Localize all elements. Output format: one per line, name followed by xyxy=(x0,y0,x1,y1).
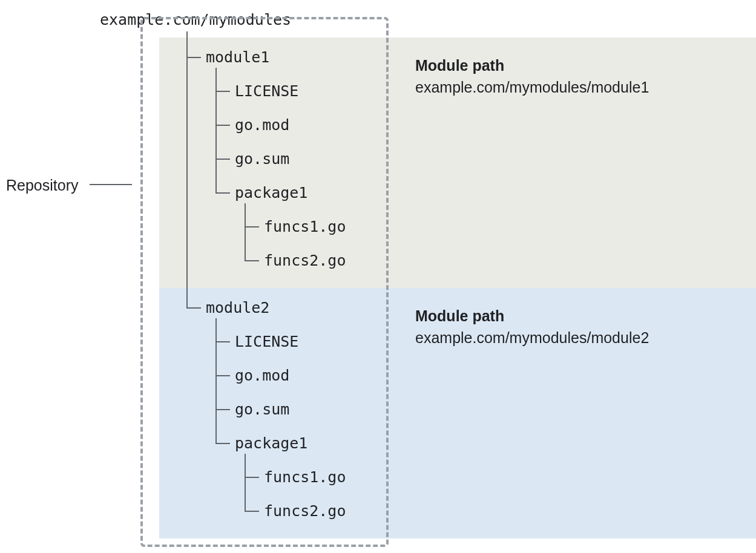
tree-line xyxy=(186,307,201,309)
tree-line xyxy=(215,125,230,126)
tree-node-module1: module1 xyxy=(206,48,269,66)
tree-node-module2-license: LICENSE xyxy=(235,333,298,350)
tree-node-module1-gosum: go.sum xyxy=(235,150,289,168)
tree-node-module2-package: package1 xyxy=(235,434,307,452)
repository-root-path: example.com/mymodules xyxy=(100,11,291,28)
tree-line xyxy=(215,91,230,92)
tree-node-module1-package: package1 xyxy=(235,184,307,201)
module1-info: Module path example.com/mymodules/module… xyxy=(415,54,649,99)
tree-line xyxy=(245,226,246,232)
module1-path: example.com/mymodules/module1 xyxy=(415,76,649,98)
tree-line xyxy=(215,375,217,381)
tree-line xyxy=(215,159,217,165)
tree-line xyxy=(186,31,188,307)
tree-line xyxy=(186,57,201,58)
tree-line xyxy=(215,125,217,131)
tree-node-module1-funcs2: funcs2.go xyxy=(264,252,346,269)
tree-line xyxy=(215,91,217,97)
tree-line xyxy=(215,409,217,415)
tree-line xyxy=(215,192,230,194)
tree-node-module2-funcs2: funcs2.go xyxy=(264,502,346,520)
module1-heading: Module path xyxy=(415,54,649,76)
repository-pointer-line xyxy=(90,184,132,185)
tree-line xyxy=(245,477,246,483)
tree-line xyxy=(215,375,230,376)
tree-node-module2-funcs1: funcs1.go xyxy=(264,468,346,486)
tree-line xyxy=(245,260,259,261)
tree-line xyxy=(245,511,259,512)
tree-node-module1-license: LICENSE xyxy=(235,82,298,100)
tree-line xyxy=(215,341,230,342)
tree-node-module2-gomod: go.mod xyxy=(235,367,289,384)
tree-node-module1-gomod: go.mod xyxy=(235,116,289,134)
tree-line xyxy=(215,409,230,410)
tree-line xyxy=(215,159,230,160)
module2-info: Module path example.com/mymodules/module… xyxy=(415,305,649,349)
tree-line xyxy=(245,226,259,227)
module2-path: example.com/mymodules/module2 xyxy=(415,327,649,348)
tree-node-module2: module2 xyxy=(206,299,269,316)
tree-line xyxy=(215,341,217,347)
tree-line xyxy=(215,443,230,444)
tree-node-module1-funcs1: funcs1.go xyxy=(264,218,346,235)
tree-line xyxy=(245,477,259,478)
tree-line xyxy=(186,57,188,63)
module2-heading: Module path xyxy=(415,305,649,327)
tree-node-module2-gosum: go.sum xyxy=(235,401,289,418)
repository-label: Repository xyxy=(6,177,79,194)
